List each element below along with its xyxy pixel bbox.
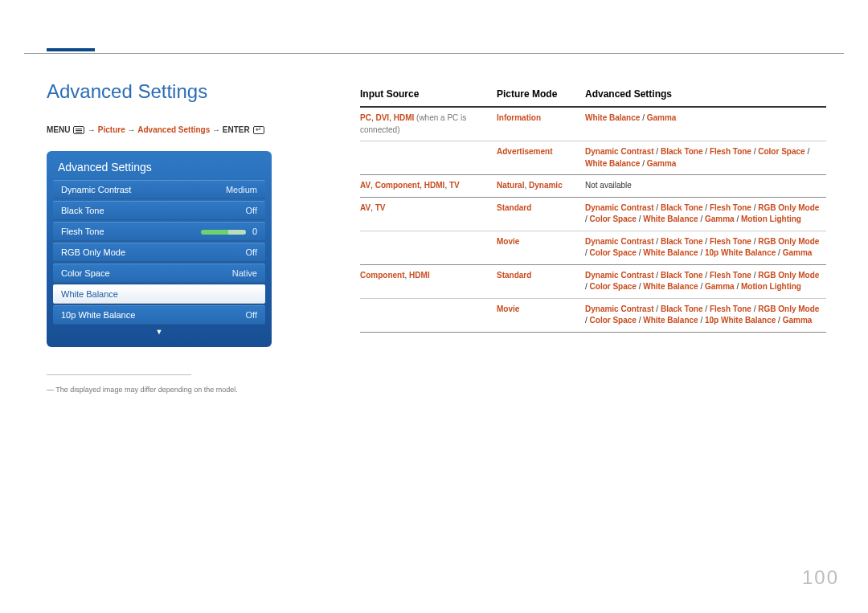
cell-picture-mode: Natural, Dynamic (497, 175, 585, 197)
scroll-down-icon[interactable]: ▼ (53, 326, 265, 336)
osd-row-black-tone[interactable]: Black ToneOff (53, 201, 265, 220)
osd-row-label: Black Tone (61, 206, 104, 215)
header-accent (47, 48, 95, 51)
cell-advanced-settings: Dynamic Contrast / Black Tone / Flesh To… (585, 198, 826, 231)
osd-row-color-space[interactable]: Color SpaceNative (53, 264, 265, 283)
cell-picture-mode: Standard (497, 198, 585, 231)
cell-picture-mode: Standard (497, 265, 585, 298)
osd-row-value: Off (246, 206, 257, 215)
page-title: Advanced Settings (47, 80, 207, 103)
cell-input-source: Component, HDMI (360, 265, 497, 298)
cell-picture-mode: Movie (497, 231, 585, 264)
table-row: AdvertisementDynamic Contrast / Black To… (360, 141, 826, 175)
col-advanced-settings: Advanced Settings (585, 83, 826, 106)
cell-picture-mode: Movie (497, 299, 585, 332)
cell-input-source: AV, Component, HDMI, TV (360, 175, 497, 197)
footnote-divider (47, 374, 191, 375)
cell-advanced-settings: Dynamic Contrast / Black Tone / Flesh To… (585, 231, 826, 264)
osd-row-label: 10p White Balance (61, 310, 135, 320)
osd-row-flesh-tone[interactable]: Flesh Tone0 (53, 222, 265, 241)
cell-advanced-settings: White Balance / Gamma (585, 108, 826, 141)
table-row: AV, Component, HDMI, TVNatural, DynamicN… (360, 175, 826, 198)
cell-input-source (360, 299, 497, 332)
osd-row-value: Medium (226, 185, 257, 194)
cell-input-source (360, 141, 497, 174)
osd-title: Advanced Settings (53, 157, 265, 180)
enter-label: ENTER (223, 125, 250, 134)
slider-track[interactable] (201, 230, 246, 235)
osd-row-value: 0 (201, 227, 257, 236)
table-row: Component, HDMIStandardDynamic Contrast … (360, 265, 826, 299)
osd-panel: Advanced Settings Dynamic ContrastMedium… (47, 151, 272, 347)
col-picture-mode: Picture Mode (497, 83, 585, 106)
cell-input-source: PC, DVI, HDMI (when a PC is connected) (360, 108, 497, 141)
settings-table: Input Source Picture Mode Advanced Setti… (360, 83, 826, 333)
cell-input-source (360, 231, 497, 264)
table-row: MovieDynamic Contrast / Black Tone / Fle… (360, 231, 826, 265)
menu-icon (73, 126, 84, 134)
cell-advanced-settings: Not available (585, 175, 826, 197)
page-number: 100 (802, 566, 839, 589)
enter-icon (253, 126, 264, 134)
osd-row-label: Flesh Tone (61, 227, 104, 236)
breadcrumb: MENU → Picture → Advanced Settings → ENT… (47, 125, 265, 134)
cell-picture-mode: Information (497, 108, 585, 141)
table-row: AV, TVStandardDynamic Contrast / Black T… (360, 198, 826, 231)
osd-row-value: Native (232, 268, 257, 278)
osd-row-rgb-only-mode[interactable]: RGB Only ModeOff (53, 243, 265, 262)
osd-row-value: Off (246, 247, 257, 257)
osd-row-value: Off (246, 310, 257, 320)
table-row: PC, DVI, HDMI (when a PC is connected)In… (360, 108, 826, 141)
osd-row-10p-white-balance[interactable]: 10p White BalanceOff (53, 305, 265, 325)
table-row: MovieDynamic Contrast / Black Tone / Fle… (360, 299, 826, 333)
osd-row-label: Dynamic Contrast (61, 185, 131, 194)
table-header-row: Input Source Picture Mode Advanced Setti… (360, 83, 826, 108)
col-input-source: Input Source (360, 83, 497, 106)
osd-row-label: Color Space (61, 268, 110, 278)
cell-input-source: AV, TV (360, 198, 497, 231)
cell-advanced-settings: Dynamic Contrast / Black Tone / Flesh To… (585, 141, 826, 174)
footnote: ― The displayed image may differ dependi… (47, 386, 238, 394)
osd-row-label: RGB Only Mode (61, 247, 125, 257)
cell-picture-mode: Advertisement (497, 141, 585, 174)
osd-row-white-balance[interactable]: White Balance (53, 284, 265, 304)
osd-row-dynamic-contrast[interactable]: Dynamic ContrastMedium (53, 180, 265, 199)
cell-advanced-settings: Dynamic Contrast / Black Tone / Flesh To… (585, 299, 826, 332)
cell-advanced-settings: Dynamic Contrast / Black Tone / Flesh To… (585, 265, 826, 298)
menu-label: MENU (47, 125, 70, 134)
osd-row-label: White Balance (61, 289, 118, 299)
header-rule (24, 53, 844, 54)
